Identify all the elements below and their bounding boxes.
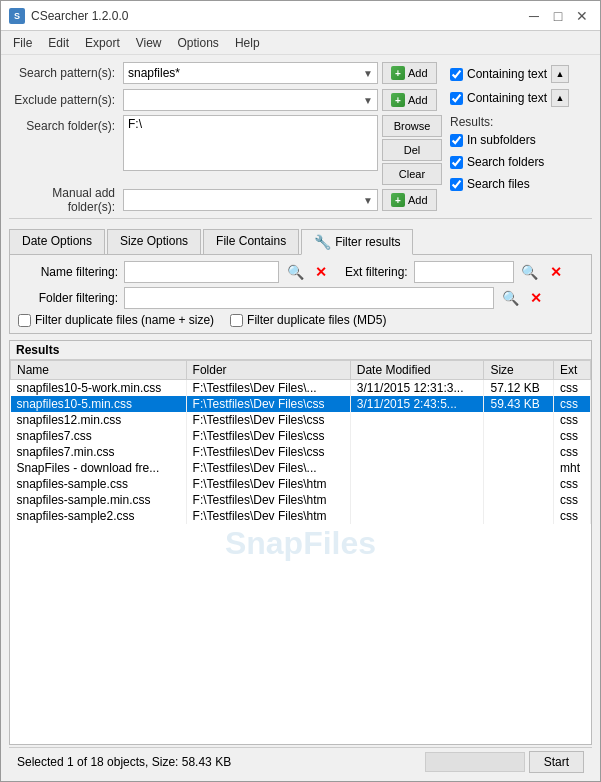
search-folders-checkbox[interactable] [450, 156, 463, 169]
name-filter-search-icon-btn[interactable]: 🔍 [285, 262, 305, 282]
close-button[interactable]: ✕ [572, 6, 592, 26]
exclude-pattern-arrow: ▼ [363, 95, 373, 106]
containing-text-1-checkbox[interactable] [450, 68, 463, 81]
cell-folder: F:\Testfiles\Dev Files\css [186, 396, 350, 412]
status-bar: Selected 1 of 18 objects, Size: 58.43 KB… [9, 747, 592, 775]
cell-size [484, 492, 554, 508]
table-row[interactable]: snapfiles7.cssF:\Testfiles\Dev Files\css… [11, 428, 591, 444]
table-row[interactable]: snapfiles10-5-work.min.cssF:\Testfiles\D… [11, 380, 591, 397]
table-row[interactable]: snapfiles-sample.cssF:\Testfiles\Dev Fil… [11, 476, 591, 492]
dup-md5-label: Filter duplicate files (MD5) [247, 313, 386, 327]
ext-filter-clear-icon-btn[interactable]: ✕ [546, 262, 566, 282]
col-ext[interactable]: Ext [554, 361, 591, 380]
dup-md5-checkbox[interactable] [230, 314, 243, 327]
cell-name: snapfiles-sample2.css [11, 508, 187, 524]
window-title: CSearcher 1.2.0.0 [31, 9, 128, 23]
search-files-label: Search files [467, 177, 530, 191]
add-icon: + [391, 66, 405, 80]
in-subfolders-label: In subfolders [467, 133, 536, 147]
manual-folder-label: Manual add folder(s): [9, 186, 119, 214]
cell-name: snapfiles10-5-work.min.css [11, 380, 187, 397]
folder-filter-search-icon-btn[interactable]: 🔍 [500, 288, 520, 308]
manual-folder-row: Manual add folder(s): ▼ + Add [9, 188, 442, 212]
name-filter-clear-icon-btn[interactable]: ✕ [311, 262, 331, 282]
title-bar: S CSearcher 1.2.0.0 ─ □ ✕ [1, 1, 600, 31]
menu-export[interactable]: Export [77, 34, 128, 52]
dup-name-checkbox[interactable] [18, 314, 31, 327]
exclude-pattern-add-button[interactable]: + Add [382, 89, 437, 111]
filter-row-2: Folder filtering: 🔍 ✕ [18, 287, 583, 309]
search-folder-list[interactable]: F:\ [123, 115, 378, 171]
name-filtering-input[interactable] [124, 261, 279, 283]
cell-size [484, 508, 554, 524]
cell-size [484, 476, 554, 492]
menu-view[interactable]: View [128, 34, 170, 52]
table-row[interactable]: SnapFiles - download fre...F:\Testfiles\… [11, 460, 591, 476]
ext-filter-search-icon-btn[interactable]: 🔍 [520, 262, 540, 282]
cell-ext: css [554, 380, 591, 397]
col-size[interactable]: Size [484, 361, 554, 380]
col-name[interactable]: Name [11, 361, 187, 380]
maximize-button[interactable]: □ [548, 6, 568, 26]
clear-button[interactable]: Clear [382, 163, 442, 185]
cell-size: 59.43 KB [484, 396, 554, 412]
cell-date [350, 460, 484, 476]
ext-filtering-input[interactable] [414, 261, 514, 283]
filter-results-icon: 🔧 [314, 234, 331, 250]
menu-file[interactable]: File [5, 34, 40, 52]
start-button[interactable]: Start [529, 751, 584, 773]
tab-filter-results[interactable]: 🔧 Filter results [301, 229, 413, 255]
filter-row-1: Name filtering: 🔍 ✕ Ext filtering: 🔍 ✕ [18, 261, 583, 283]
table-row[interactable]: snapfiles12.min.cssF:\Testfiles\Dev File… [11, 412, 591, 428]
search-folder-label: Search folder(s): [9, 115, 119, 137]
containing-text-2-checkbox[interactable] [450, 92, 463, 105]
cell-folder: F:\Testfiles\Dev Files\css [186, 428, 350, 444]
table-row[interactable]: snapfiles7.min.cssF:\Testfiles\Dev Files… [11, 444, 591, 460]
manual-folder-add-button[interactable]: + Add [382, 189, 437, 211]
search-files-checkbox[interactable] [450, 178, 463, 191]
manual-folder-arrow: ▼ [363, 195, 373, 206]
search-folder-section: Search folder(s): F:\ Browse Del Clear [9, 115, 442, 185]
search-pattern-label: Search pattern(s): [9, 66, 119, 80]
dup-name-label: Filter duplicate files (name + size) [35, 313, 214, 327]
cell-name: snapfiles7.min.css [11, 444, 187, 460]
cell-date [350, 492, 484, 508]
tab-date-options[interactable]: Date Options [9, 229, 105, 254]
tab-size-options[interactable]: Size Options [107, 229, 201, 254]
tab-file-contains[interactable]: File Contains [203, 229, 299, 254]
menu-bar: File Edit Export View Options Help [1, 31, 600, 55]
cell-folder: F:\Testfiles\Dev Files\htm [186, 476, 350, 492]
results-table-container[interactable]: Name Folder Date Modified Size Ext snapf… [10, 360, 591, 744]
containing-text-2-up-btn[interactable]: ▲ [551, 89, 569, 107]
table-row[interactable]: snapfiles-sample2.cssF:\Testfiles\Dev Fi… [11, 508, 591, 524]
folder-filtering-input[interactable] [124, 287, 494, 309]
browse-button[interactable]: Browse [382, 115, 442, 137]
search-pattern-add-button[interactable]: + Add [382, 62, 437, 84]
exclude-pattern-input[interactable]: ▼ [123, 89, 378, 111]
progress-bar [425, 752, 525, 772]
containing-text-1-row: Containing text ▲ [450, 63, 592, 85]
folder-filter-clear-icon-btn[interactable]: ✕ [526, 288, 546, 308]
menu-edit[interactable]: Edit [40, 34, 77, 52]
cell-name: snapfiles-sample.min.css [11, 492, 187, 508]
cell-size [484, 444, 554, 460]
col-folder[interactable]: Folder [186, 361, 350, 380]
in-subfolders-checkbox[interactable] [450, 134, 463, 147]
folder-list-container: F:\ [123, 115, 378, 171]
del-button[interactable]: Del [382, 139, 442, 161]
cell-date [350, 412, 484, 428]
cell-folder: F:\Testfiles\Dev Files\htm [186, 492, 350, 508]
containing-text-1-up-btn[interactable]: ▲ [551, 65, 569, 83]
manual-folder-input[interactable]: ▼ [123, 189, 378, 211]
table-row[interactable]: snapfiles-sample.min.cssF:\Testfiles\Dev… [11, 492, 591, 508]
results-header: Results [10, 341, 591, 360]
cell-ext: css [554, 508, 591, 524]
search-pattern-input[interactable]: snapfiles* ▼ [123, 62, 378, 84]
menu-options[interactable]: Options [170, 34, 227, 52]
minimize-button[interactable]: ─ [524, 6, 544, 26]
right-options-panel: Containing text ▲ Containing text ▲ Resu… [450, 61, 592, 212]
col-date[interactable]: Date Modified [350, 361, 484, 380]
results-tbody: snapfiles10-5-work.min.cssF:\Testfiles\D… [11, 380, 591, 525]
table-row[interactable]: snapfiles10-5.min.cssF:\Testfiles\Dev Fi… [11, 396, 591, 412]
menu-help[interactable]: Help [227, 34, 268, 52]
